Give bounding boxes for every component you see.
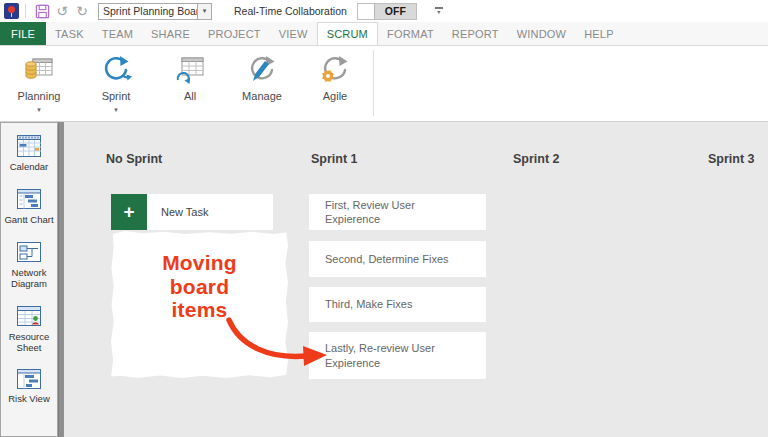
sprint-icon bbox=[100, 54, 132, 86]
resource-sheet-icon bbox=[16, 303, 42, 329]
sidebar-item-risk-view[interactable]: Risk View bbox=[1, 367, 57, 405]
view-selector-value: Sprint Planning Board bbox=[99, 5, 197, 17]
quick-access-toolbar: ↺ ↻ Sprint Planning Board ▾ Real-Time Co… bbox=[0, 0, 768, 22]
view-selector-dropdown[interactable]: Sprint Planning Board ▾ bbox=[98, 3, 212, 20]
manage-label: Manage bbox=[242, 90, 282, 102]
gantt-chart-icon bbox=[16, 186, 42, 212]
add-task-button[interactable]: + bbox=[111, 194, 147, 230]
ribbon-tab-bar: FILE TASK TEAM SHARE PROJECT VIEW SCRUM … bbox=[0, 22, 768, 46]
undo-button[interactable]: ↺ bbox=[52, 2, 72, 20]
planning-label: Planning bbox=[18, 90, 61, 102]
network-diagram-icon bbox=[16, 239, 42, 265]
tab-task[interactable]: TASK bbox=[46, 22, 93, 45]
view-sidebar: Calendar Gantt Chart bbox=[0, 122, 58, 437]
planning-button[interactable]: Planning ▾ bbox=[0, 46, 78, 121]
calendar-view-icon bbox=[16, 133, 42, 159]
divider bbox=[25, 4, 26, 18]
tab-file[interactable]: FILE bbox=[0, 22, 46, 45]
task-card[interactable]: Second, Determine Fixes bbox=[309, 241, 486, 277]
save-floppy-icon bbox=[35, 4, 50, 19]
tab-window[interactable]: WINDOW bbox=[508, 22, 575, 45]
tab-project[interactable]: PROJECT bbox=[199, 22, 270, 45]
tab-share[interactable]: SHARE bbox=[142, 22, 199, 45]
annotation-text: Moving board items bbox=[111, 231, 288, 322]
sprint-label: Sprint bbox=[102, 90, 131, 102]
toggle-handle[interactable] bbox=[358, 4, 375, 19]
all-tasks-button[interactable]: All bbox=[154, 46, 226, 121]
redo-button[interactable]: ↻ bbox=[72, 2, 92, 20]
chevron-down-icon[interactable]: ▾ bbox=[114, 107, 118, 113]
column-header-sprint-3: Sprint 3 bbox=[708, 152, 755, 166]
collaboration-toggle[interactable]: OFF bbox=[357, 3, 417, 20]
ribbon-group-separator bbox=[373, 50, 374, 116]
sidebar-item-network-diagram[interactable]: Network Diagram bbox=[1, 239, 57, 290]
chevron-down-icon[interactable]: ▾ bbox=[37, 107, 41, 113]
all-tasks-icon bbox=[174, 54, 206, 86]
toggle-state-label: OFF bbox=[375, 4, 416, 19]
sidebar-item-label: Calendar bbox=[10, 162, 49, 173]
column-header-sprint-1: Sprint 1 bbox=[311, 152, 358, 166]
all-label: All bbox=[184, 90, 196, 102]
agile-label: Agile bbox=[323, 90, 347, 102]
tab-format[interactable]: FORMAT bbox=[378, 22, 443, 45]
sprint-board: No Sprint Sprint 1 Sprint 2 Sprint 3 + N… bbox=[64, 122, 768, 437]
main-area: Calendar Gantt Chart bbox=[0, 122, 768, 437]
new-task-card[interactable]: + New Task bbox=[111, 194, 273, 230]
tab-scrum[interactable]: SCRUM bbox=[317, 22, 378, 45]
tab-team[interactable]: TEAM bbox=[93, 22, 142, 45]
sidebar-item-label: Resource Sheet bbox=[1, 332, 57, 354]
manage-icon bbox=[246, 54, 278, 86]
chevron-down-icon[interactable]: ▾ bbox=[197, 4, 211, 19]
agile-button[interactable]: Agile bbox=[300, 46, 370, 121]
sidebar-item-label: Gantt Chart bbox=[4, 215, 53, 226]
manage-button[interactable]: Manage bbox=[226, 46, 298, 121]
column-header-no-sprint: No Sprint bbox=[106, 152, 162, 166]
sidebar-item-calendar[interactable]: Calendar bbox=[1, 133, 57, 173]
app-window: ↺ ↻ Sprint Planning Board ▾ Real-Time Co… bbox=[0, 0, 768, 437]
tab-report[interactable]: REPORT bbox=[443, 22, 508, 45]
app-logo-icon bbox=[4, 3, 19, 19]
tab-help[interactable]: HELP bbox=[575, 22, 623, 45]
ribbon: Planning ▾ Sprint ▾ All bbox=[0, 46, 768, 122]
task-card[interactable]: First, Review User Expierence bbox=[309, 194, 486, 230]
save-button[interactable] bbox=[32, 2, 52, 20]
tab-view[interactable]: VIEW bbox=[270, 22, 317, 45]
quick-access-customize-button[interactable]: ▾ bbox=[433, 7, 445, 15]
risk-view-icon bbox=[16, 367, 42, 391]
sidebar-item-label: Risk View bbox=[8, 394, 50, 405]
agile-icon bbox=[319, 54, 351, 86]
annotation-arrow-icon bbox=[214, 314, 344, 372]
sidebar-item-gantt-chart[interactable]: Gantt Chart bbox=[1, 186, 57, 226]
column-header-sprint-2: Sprint 2 bbox=[513, 152, 560, 166]
sprint-button[interactable]: Sprint ▾ bbox=[80, 46, 152, 121]
realtime-collaboration-label: Real-Time Collaboration bbox=[234, 5, 347, 17]
sidebar-item-resource-sheet[interactable]: Resource Sheet bbox=[1, 303, 57, 354]
new-task-label: New Task bbox=[147, 194, 273, 230]
planning-icon bbox=[23, 54, 55, 86]
sidebar-item-label: Network Diagram bbox=[1, 268, 57, 290]
